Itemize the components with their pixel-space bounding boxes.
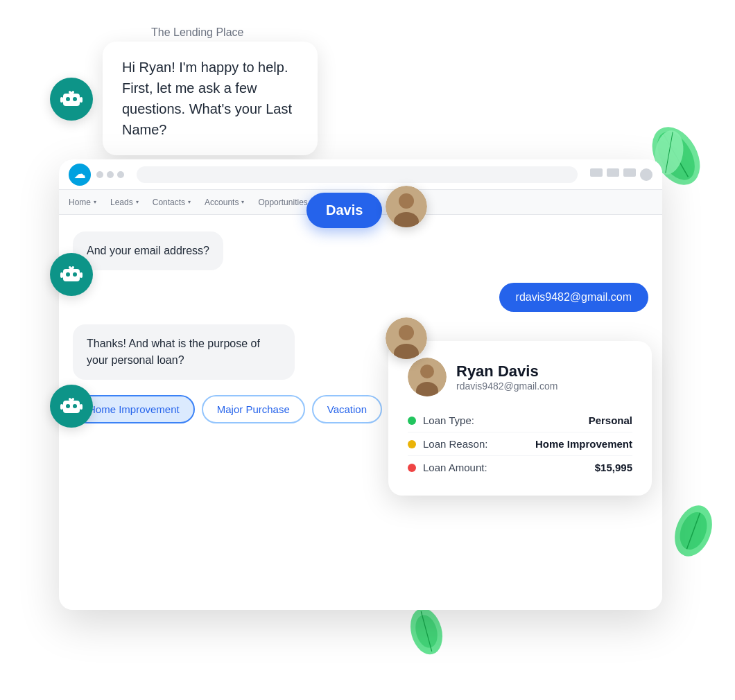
svg-point-35 xyxy=(71,397,73,399)
chat-row-email-question: And your email address? xyxy=(73,231,648,270)
tab-accounts[interactable]: Accounts ▾ xyxy=(205,198,244,207)
svg-rect-21 xyxy=(63,269,80,281)
svg-point-8 xyxy=(406,607,447,656)
bot-icon-3 xyxy=(59,394,84,419)
user-reply-davis-bubble: Davis xyxy=(306,193,382,228)
profile-avatar-img xyxy=(408,358,447,396)
user-avatar-email-img xyxy=(386,317,427,359)
toolbar-dots xyxy=(96,171,124,178)
svg-rect-31 xyxy=(63,401,80,413)
svg-point-4 xyxy=(675,509,712,554)
bot-icon-1 xyxy=(59,87,84,112)
svg-rect-16 xyxy=(60,97,63,103)
svg-point-19 xyxy=(399,193,414,209)
toolbar-nav-buttons xyxy=(590,168,652,181)
loan-type-row: Loan Type: Personal xyxy=(408,409,632,432)
svg-point-12 xyxy=(66,97,70,101)
svg-point-32 xyxy=(66,404,70,408)
svg-line-10 xyxy=(421,611,432,651)
user-avatar-email xyxy=(386,317,427,359)
profile-card-details: Loan Type: Personal Loan Reason: Home Im… xyxy=(408,409,632,479)
loan-reason-value: Home Improvement xyxy=(535,438,632,450)
svg-rect-17 xyxy=(80,97,83,103)
tab-home[interactable]: Home ▾ xyxy=(69,198,96,207)
profile-card-name-email: Ryan Davis rdavis9482@gmail.com xyxy=(456,362,558,392)
loan-reason-dot xyxy=(408,440,416,448)
svg-point-25 xyxy=(71,265,73,268)
floating-profile-card: Ryan Davis rdavis9482@gmail.com Loan Typ… xyxy=(388,341,652,496)
quick-reply-vacation[interactable]: Vacation xyxy=(312,395,382,423)
leaf-decoration-bottom-mid xyxy=(402,607,451,658)
svg-point-9 xyxy=(412,613,440,650)
salesforce-logo: ☁ xyxy=(69,164,91,186)
user-avatar-davis xyxy=(386,186,427,227)
profile-name: Ryan Davis xyxy=(456,362,558,380)
loan-amount-dot xyxy=(408,464,416,472)
svg-point-39 xyxy=(420,365,434,378)
svg-point-29 xyxy=(399,325,414,340)
bot-avatar-3 xyxy=(50,385,93,428)
quick-reply-major-purchase[interactable]: Major Purchase xyxy=(202,395,305,423)
profile-card-header: Ryan Davis rdavis9482@gmail.com xyxy=(408,358,632,396)
tab-opportunities[interactable]: Opportunities ▾ xyxy=(258,198,313,207)
svg-rect-37 xyxy=(80,404,83,410)
toolbar-search-bar xyxy=(137,166,578,183)
loan-type-label: Loan Type: xyxy=(408,414,474,426)
brand-name: The Lending Place xyxy=(151,26,243,39)
loan-reason-row: Loan Reason: Home Improvement xyxy=(408,432,632,456)
svg-point-22 xyxy=(66,272,70,277)
bot-message-email: And your email address? xyxy=(73,231,223,270)
bot-avatar-2 xyxy=(50,253,93,296)
svg-rect-36 xyxy=(60,404,63,410)
svg-point-3 xyxy=(668,503,719,559)
svg-point-15 xyxy=(71,90,73,92)
svg-rect-11 xyxy=(63,94,80,106)
leaf-decoration-bottom-right xyxy=(666,503,721,561)
loan-type-dot xyxy=(408,417,416,425)
bot-icon-2 xyxy=(59,262,84,287)
loan-amount-label: Loan Amount: xyxy=(408,462,487,473)
profile-card-avatar xyxy=(408,358,447,396)
loan-amount-value: $15,995 xyxy=(595,462,632,473)
svg-line-5 xyxy=(686,513,700,550)
loan-reason-label: Loan Reason: xyxy=(408,438,487,450)
svg-line-7 xyxy=(666,132,673,173)
svg-rect-26 xyxy=(60,272,63,278)
svg-rect-27 xyxy=(80,272,83,278)
bot-message-loan-purpose: Thanks! And what is the purpose of your … xyxy=(73,324,295,380)
bot-avatar-1 xyxy=(50,78,93,121)
svg-point-13 xyxy=(73,97,77,101)
loan-type-value: Personal xyxy=(589,414,632,426)
tab-contacts[interactable]: Contacts ▾ xyxy=(153,198,191,207)
chat-bubble-greeting: Hi Ryan! I'm happy to help. First, let m… xyxy=(103,42,318,155)
tab-leads[interactable]: Leads ▾ xyxy=(110,198,139,207)
user-avatar-davis-img xyxy=(386,186,427,227)
svg-point-23 xyxy=(73,272,77,277)
svg-line-2 xyxy=(664,135,689,177)
svg-point-33 xyxy=(73,404,77,408)
user-message-email: rdavis9482@gmail.com xyxy=(499,283,648,312)
loan-amount-row: Loan Amount: $15,995 xyxy=(408,456,632,479)
monitor-toolbar: ☁ xyxy=(59,159,662,190)
profile-email: rdavis9482@gmail.com xyxy=(456,380,558,392)
